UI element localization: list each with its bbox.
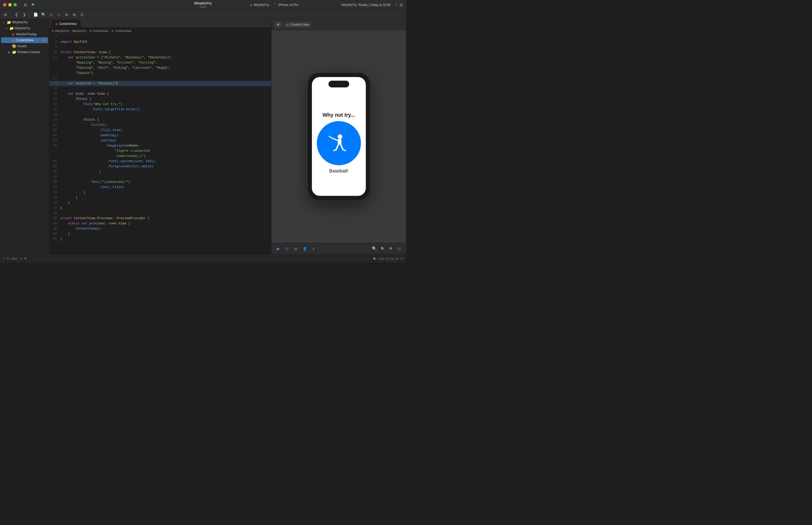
iphone-screen: Why not try... bbox=[312, 77, 366, 196]
toolbar-separator-2 bbox=[30, 12, 30, 17]
zoom-out-button[interactable]: 🔍 bbox=[387, 245, 395, 252]
sidebar-toggle-icon[interactable]: ⊞ bbox=[22, 2, 29, 8]
editor-area: ◈ ContentView ◈ WhyNotTry › WhyNotTry › … bbox=[49, 19, 271, 254]
tab-contentview[interactable]: ◈ ContentView bbox=[51, 20, 81, 27]
code-line: 36 bbox=[49, 211, 271, 216]
back-icon[interactable]: ❮ bbox=[13, 11, 20, 18]
preview-info-button[interactable]: ℹ bbox=[310, 245, 317, 252]
line-number: 34 bbox=[49, 200, 60, 206]
minimize-button[interactable] bbox=[8, 3, 12, 6]
line-number: 28 bbox=[49, 169, 60, 174]
run-button[interactable]: ▶ bbox=[31, 2, 36, 7]
add-file-icon[interactable]: + bbox=[3, 257, 5, 260]
main-layout: ▾ 📁 WhyNotTry ▾ 📁 WhyNotTry ▾ ◈ WhyNotTr… bbox=[0, 19, 406, 254]
content-view-button[interactable]: ◈ Content View bbox=[284, 22, 311, 28]
iphone-notch bbox=[328, 81, 349, 87]
fullscreen-button[interactable] bbox=[14, 3, 17, 6]
add-icon[interactable]: ⊕ bbox=[63, 11, 70, 18]
code-line: "Squash"] bbox=[49, 71, 271, 76]
line-number: 10 bbox=[49, 50, 60, 55]
breadcrumb-swift-icon: ◈ bbox=[52, 29, 54, 32]
line-number bbox=[49, 148, 60, 153]
content-view-icon: ◈ bbox=[287, 23, 289, 27]
sidebar-item-whynottry-root[interactable]: ▾ 📁 WhyNotTry bbox=[1, 19, 48, 25]
device-icon: 📱 bbox=[273, 3, 277, 7]
diamond-icon[interactable]: ◇ bbox=[56, 11, 62, 18]
code-line: 9 bbox=[49, 45, 271, 50]
sidebar-item-preview-content[interactable]: ▶ 📁 Preview Content bbox=[1, 49, 48, 55]
code-line: 37struct ContentView_Previews: PreviewPr… bbox=[49, 216, 271, 221]
line-number: 25 bbox=[49, 143, 60, 148]
close-button[interactable] bbox=[3, 3, 6, 6]
zoom-in-button[interactable]: 🔍 bbox=[371, 245, 378, 252]
search-icon[interactable]: 🔍 bbox=[40, 11, 47, 18]
zoom-reset-button[interactable]: 🔍 bbox=[379, 245, 386, 252]
line-number: 18 bbox=[49, 107, 60, 112]
breadcrumb-part-2[interactable]: WhyNotTry bbox=[72, 29, 86, 32]
status-layout-icon: ⊡ bbox=[401, 257, 403, 260]
code-editor[interactable]: 7 8import SwiftUI 9 10struct ContentView… bbox=[49, 34, 271, 254]
branch-name: main bbox=[194, 5, 212, 8]
preview-person-button[interactable]: 👤 bbox=[301, 245, 308, 252]
preview-device-button[interactable]: ⊡ bbox=[284, 245, 291, 252]
breadcrumb-sep-3: › bbox=[110, 29, 111, 32]
grid-icon[interactable]: ⊞ bbox=[2, 11, 9, 18]
clock-icon: ◷ bbox=[20, 257, 22, 260]
grid2-icon[interactable]: ⊡ bbox=[79, 11, 86, 18]
pin-icon bbox=[276, 23, 280, 27]
preview-panel: ◈ Content View Why not try... bbox=[271, 19, 406, 254]
swift-file-icon-2: ◈ bbox=[12, 38, 15, 42]
preview-toolbar: ◈ Content View bbox=[272, 19, 406, 30]
sidebar-item-contentview[interactable]: ▾ ◈ ContentView M bbox=[1, 38, 48, 43]
preview-playback-controls: ▶ ⊡ ⊞ 👤 ℹ bbox=[275, 245, 317, 252]
sidebar-item-assets[interactable]: ▾ 🎨 Assets bbox=[1, 43, 48, 49]
toolbar-separator bbox=[11, 12, 11, 17]
preview-play-button[interactable]: ▶ bbox=[275, 245, 282, 252]
code-line: "Fencing", "Golf", "Hiking", "Lacrosse",… bbox=[49, 65, 271, 71]
code-line: 16 VStack { bbox=[49, 96, 271, 102]
add-editor-icon[interactable]: + bbox=[395, 2, 397, 7]
code-line: 39 ContentView() bbox=[49, 226, 271, 231]
line-number bbox=[49, 65, 60, 71]
sidebar-item-whynottry[interactable]: ▾ 📁 WhyNotTry bbox=[1, 26, 48, 31]
code-line: 11 var activities = ["Archery", "Basebal… bbox=[49, 55, 271, 60]
code-line: 23 .padding() bbox=[49, 133, 271, 138]
line-number: 40 bbox=[49, 231, 60, 237]
code-line: 17 Text("Why not try…") bbox=[49, 102, 271, 107]
preview-bottom-bar: ▶ ⊡ ⊞ 👤 ℹ 🔍 🔍 🔍 ⊡ bbox=[272, 243, 406, 254]
line-number: 16 bbox=[49, 96, 60, 102]
sidebar-label-contentview: ContentView bbox=[16, 39, 33, 42]
line-number: 31 bbox=[49, 185, 60, 190]
svg-point-0 bbox=[338, 134, 342, 139]
project-path: WhyNotTry bbox=[254, 3, 269, 7]
status-indicator bbox=[373, 258, 376, 260]
code-line: 22 .fill(.blue) bbox=[49, 127, 271, 133]
sidebar-item-app[interactable]: ▾ ◈ WhyNotTryApp bbox=[1, 31, 48, 37]
code-line: 25 Image(systemName: bbox=[49, 143, 271, 148]
line-number: 32 bbox=[49, 190, 60, 195]
pin-button[interactable] bbox=[275, 21, 282, 28]
folder-icon-3: 📁 bbox=[12, 50, 16, 54]
forward-icon[interactable]: ❯ bbox=[21, 11, 28, 18]
line-number: 22 bbox=[49, 127, 60, 133]
breadcrumb-part-1[interactable]: WhyNotTry bbox=[55, 29, 69, 32]
warning-icon[interactable]: ⚠ bbox=[48, 11, 55, 18]
line-number bbox=[49, 71, 60, 76]
breadcrumb-part-3[interactable]: ContentView bbox=[93, 29, 109, 32]
folder-icon-2: 📁 bbox=[9, 26, 14, 30]
line-number: 27 bbox=[49, 164, 60, 169]
code-line: 14 bbox=[49, 86, 271, 91]
svg-line-6 bbox=[334, 150, 336, 151]
breadcrumb-part-4[interactable]: ContentView bbox=[115, 29, 131, 32]
titlebar-project-info: WhyNotTry main bbox=[194, 1, 212, 8]
layout-icon[interactable]: ⊞ bbox=[399, 2, 403, 7]
sidebar-label: WhyNotTry bbox=[12, 20, 28, 24]
file-icon[interactable]: 📄 bbox=[32, 11, 39, 18]
code-line: 40 } bbox=[49, 231, 271, 237]
layout-icon-2[interactable]: ⊞ bbox=[71, 11, 78, 18]
code-line: 26 .font(.system(size: 144)) bbox=[49, 159, 271, 164]
zoom-fit-button[interactable]: ⊡ bbox=[396, 245, 403, 252]
preview-grid-button[interactable]: ⊞ bbox=[292, 245, 300, 252]
line-number: 33 bbox=[49, 195, 60, 200]
device-selector[interactable]: ◈ WhyNotTry › 📱 iPhone 14 Pro bbox=[250, 3, 298, 7]
